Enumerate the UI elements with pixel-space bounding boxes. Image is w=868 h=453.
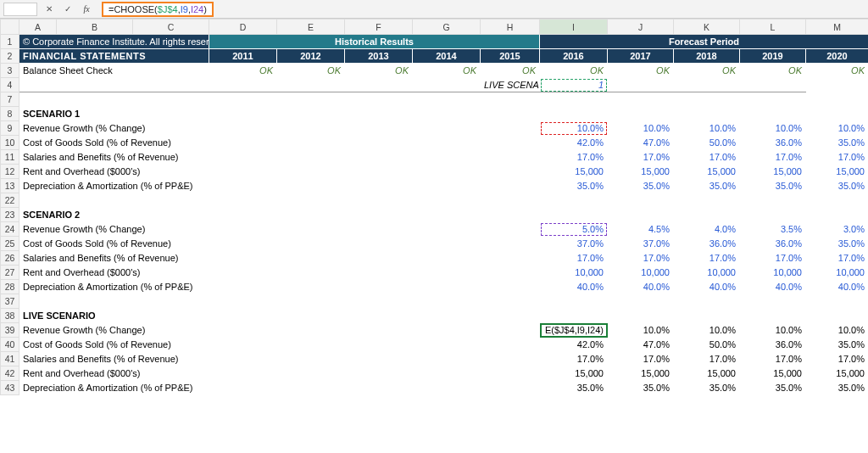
data-cell[interactable]: 17.0% (608, 251, 674, 266)
data-cell[interactable]: 35.0% (540, 381, 608, 395)
col-I[interactable]: I (540, 20, 608, 35)
data-cell[interactable]: 17.0% (608, 150, 674, 165)
data-cell[interactable]: 17.0% (674, 150, 740, 165)
data-cell[interactable]: 37.0% (540, 237, 608, 251)
row-header[interactable]: 7 (1, 92, 19, 107)
data-cell[interactable]: 36.0% (674, 237, 740, 251)
col-K[interactable]: K (674, 20, 740, 35)
formula-input[interactable]: =CHOOSE( $J$4 , I9 , I24 ) (102, 2, 214, 17)
col-J[interactable]: J (608, 20, 674, 35)
active-formula-cell[interactable]: E($J$4,I9,I24) (540, 323, 608, 338)
name-box[interactable] (3, 3, 37, 16)
data-cell[interactable]: 17.0% (806, 251, 869, 266)
data-cell[interactable]: 17.0% (806, 352, 869, 366)
data-cell[interactable]: 47.0% (608, 338, 674, 352)
data-cell[interactable]: 35.0% (806, 136, 869, 150)
row-header[interactable]: 40 (1, 338, 19, 352)
live-scenario-value[interactable]: 1 (540, 78, 608, 92)
row-header[interactable]: 13 (1, 179, 19, 193)
data-cell[interactable]: 35.0% (740, 179, 806, 193)
col-E[interactable]: E (277, 20, 345, 35)
col-D[interactable]: D (209, 20, 277, 35)
data-cell[interactable]: 35.0% (608, 381, 674, 395)
data-cell[interactable]: 35.0% (608, 179, 674, 193)
data-cell[interactable]: 10.0% (608, 121, 674, 136)
data-cell[interactable]: 35.0% (806, 381, 869, 395)
col-L[interactable]: L (740, 20, 806, 35)
row-header[interactable]: 1 (1, 35, 19, 49)
col-F[interactable]: F (345, 20, 413, 35)
data-cell[interactable]: 17.0% (608, 352, 674, 366)
data-cell[interactable]: 10.0% (608, 323, 674, 338)
data-cell[interactable]: 15,000 (540, 366, 608, 381)
row-header[interactable]: 22 (1, 193, 19, 208)
row-header[interactable]: 24 (1, 222, 19, 237)
ok-cell[interactable]: OK (540, 64, 608, 78)
data-cell[interactable]: 10.0% (740, 121, 806, 136)
data-cell[interactable]: 37.0% (608, 237, 674, 251)
row-header[interactable]: 37 (1, 294, 19, 309)
data-cell[interactable]: 35.0% (540, 179, 608, 193)
row-header[interactable]: 42 (1, 366, 19, 381)
ok-cell[interactable]: OK (806, 64, 869, 78)
data-cell[interactable]: 15,000 (674, 366, 740, 381)
data-cell[interactable]: 17.0% (540, 251, 608, 266)
data-cell[interactable]: 40.0% (740, 280, 806, 294)
row-header[interactable]: 4 (1, 78, 19, 92)
data-cell[interactable]: 36.0% (740, 136, 806, 150)
data-cell[interactable]: 3.0% (806, 222, 869, 237)
data-cell[interactable]: 17.0% (806, 150, 869, 165)
data-cell[interactable]: 4.0% (674, 222, 740, 237)
data-cell[interactable]: 15,000 (608, 165, 674, 179)
row-header[interactable]: 26 (1, 251, 19, 266)
col-G[interactable]: G (413, 20, 481, 35)
data-cell[interactable]: 50.0% (674, 136, 740, 150)
data-cell[interactable]: 17.0% (540, 150, 608, 165)
data-cell[interactable]: 15,000 (740, 366, 806, 381)
data-cell[interactable]: 10.0% (674, 121, 740, 136)
data-cell[interactable]: 10,000 (740, 266, 806, 280)
data-cell[interactable]: 40.0% (806, 280, 869, 294)
data-cell[interactable]: 10.0% (806, 323, 869, 338)
row-header[interactable]: 8 (1, 107, 19, 121)
data-cell[interactable]: 42.0% (540, 338, 608, 352)
data-cell[interactable]: 15,000 (740, 165, 806, 179)
ok-cell[interactable]: OK (740, 64, 806, 78)
ok-cell[interactable]: OK (345, 64, 413, 78)
data-cell[interactable]: 15,000 (806, 366, 869, 381)
data-cell[interactable]: 36.0% (740, 237, 806, 251)
data-cell[interactable]: 17.0% (740, 251, 806, 266)
row-header[interactable]: 28 (1, 280, 19, 294)
fx-icon[interactable]: fx (80, 3, 93, 16)
col-A[interactable]: A (19, 20, 57, 35)
data-cell[interactable]: 35.0% (806, 179, 869, 193)
col-M[interactable]: M (806, 20, 869, 35)
col-H[interactable]: H (481, 20, 540, 35)
row-header[interactable]: 3 (1, 64, 19, 78)
data-cell[interactable]: 10,000 (806, 266, 869, 280)
row-header[interactable]: 39 (1, 323, 19, 338)
data-cell[interactable]: 35.0% (740, 381, 806, 395)
ok-cell[interactable]: OK (413, 64, 481, 78)
data-cell[interactable]: 40.0% (540, 280, 608, 294)
data-cell[interactable]: 15,000 (540, 165, 608, 179)
data-cell[interactable]: 10,000 (674, 266, 740, 280)
data-cell[interactable]: 10.0% (740, 323, 806, 338)
row-header[interactable]: 9 (1, 121, 19, 136)
data-cell[interactable]: 35.0% (806, 237, 869, 251)
data-cell[interactable]: 5.0% (540, 222, 608, 237)
data-cell[interactable]: 36.0% (740, 338, 806, 352)
ok-cell[interactable]: OK (674, 64, 740, 78)
row-header[interactable]: 38 (1, 309, 19, 323)
data-cell[interactable]: 15,000 (806, 165, 869, 179)
ok-cell[interactable]: OK (608, 64, 674, 78)
row-header[interactable]: 12 (1, 165, 19, 179)
data-cell[interactable]: 10,000 (608, 266, 674, 280)
row-header[interactable]: 27 (1, 266, 19, 280)
data-cell[interactable]: 10.0% (806, 121, 869, 136)
select-all-corner[interactable] (1, 20, 19, 35)
row-header[interactable]: 23 (1, 208, 19, 222)
data-cell[interactable]: 17.0% (740, 352, 806, 366)
row-header[interactable]: 25 (1, 237, 19, 251)
data-cell[interactable]: 42.0% (540, 136, 608, 150)
